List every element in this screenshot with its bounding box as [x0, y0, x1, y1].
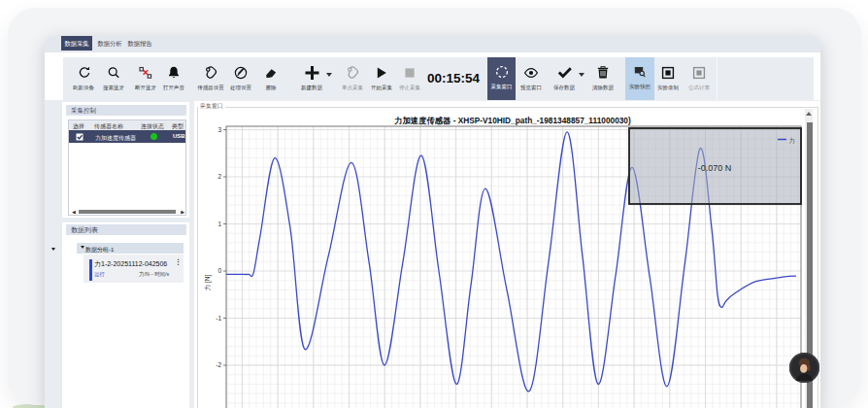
svg-text:力: 力: [789, 137, 796, 144]
svg-text:1: 1: [217, 221, 221, 227]
svg-text:2: 2: [217, 173, 221, 180]
svg-text:-2: -2: [216, 361, 221, 368]
svg-text:-0.070 N: -0.070 N: [698, 163, 732, 173]
svg-text:力 [N]: 力 [N]: [204, 275, 212, 291]
svg-text:力加速度传感器 - XHSP-V10HID_path_-19: 力加速度传感器 - XHSP-V10HID_path_-1981348857_1…: [393, 116, 631, 125]
svg-text:3: 3: [217, 126, 221, 133]
svg-text:-1: -1: [216, 315, 221, 322]
svg-text:0: 0: [217, 267, 221, 274]
